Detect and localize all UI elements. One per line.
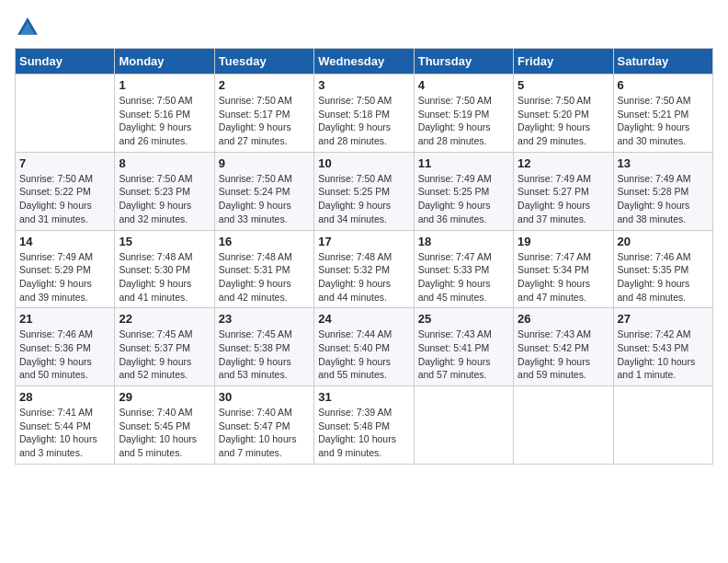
day-number: 8 [119,156,210,170]
day-number: 2 [219,78,310,92]
header-day-sunday: Sunday [16,49,115,75]
day-number: 31 [318,390,409,404]
day-number: 14 [19,235,110,248]
day-info: Sunrise: 7:44 AM Sunset: 5:40 PM Dayligh… [318,327,409,382]
day-info: Sunrise: 7:40 AM Sunset: 5:47 PM Dayligh… [219,406,310,460]
header-day-saturday: Saturday [613,49,712,75]
day-number: 23 [219,312,310,326]
day-number: 9 [219,156,310,170]
calendar-header: SundayMondayTuesdayWednesdayThursdayFrid… [16,49,713,75]
day-info: Sunrise: 7:49 AM Sunset: 5:28 PM Dayligh… [618,172,709,226]
day-number: 18 [418,235,509,248]
header-day-monday: Monday [115,49,214,75]
calendar-cell: 27Sunrise: 7:42 AM Sunset: 5:43 PM Dayli… [613,308,712,386]
day-number: 22 [119,312,210,326]
day-info: Sunrise: 7:42 AM Sunset: 5:43 PM Dayligh… [618,327,709,382]
header-day-friday: Friday [514,49,613,75]
day-info: Sunrise: 7:50 AM Sunset: 5:23 PM Dayligh… [119,172,210,226]
day-number: 26 [518,312,609,326]
calendar-cell: 19Sunrise: 7:47 AM Sunset: 5:34 PM Dayli… [514,230,613,308]
calendar-cell: 28Sunrise: 7:41 AM Sunset: 5:44 PM Dayli… [16,386,115,465]
day-number: 24 [318,312,409,326]
day-info: Sunrise: 7:48 AM Sunset: 5:31 PM Dayligh… [219,250,310,304]
header-day-thursday: Thursday [414,49,513,75]
calendar-cell: 4Sunrise: 7:50 AM Sunset: 5:19 PM Daylig… [414,75,513,153]
calendar-week-5: 28Sunrise: 7:41 AM Sunset: 5:44 PM Dayli… [16,386,713,465]
calendar-cell: 22Sunrise: 7:45 AM Sunset: 5:37 PM Dayli… [115,308,214,386]
day-info: Sunrise: 7:49 AM Sunset: 5:29 PM Dayligh… [19,250,110,304]
day-number: 1 [119,78,210,92]
day-info: Sunrise: 7:50 AM Sunset: 5:17 PM Dayligh… [219,94,310,148]
calendar-cell: 9Sunrise: 7:50 AM Sunset: 5:24 PM Daylig… [214,152,313,230]
day-info: Sunrise: 7:40 AM Sunset: 5:45 PM Dayligh… [119,406,210,460]
calendar-week-1: 1Sunrise: 7:50 AM Sunset: 5:16 PM Daylig… [16,75,713,153]
calendar-cell: 16Sunrise: 7:48 AM Sunset: 5:31 PM Dayli… [214,230,313,308]
day-info: Sunrise: 7:50 AM Sunset: 5:20 PM Dayligh… [518,94,609,148]
day-info: Sunrise: 7:43 AM Sunset: 5:42 PM Dayligh… [518,327,609,382]
calendar-cell: 31Sunrise: 7:39 AM Sunset: 5:48 PM Dayli… [314,386,414,465]
calendar-cell: 11Sunrise: 7:49 AM Sunset: 5:25 PM Dayli… [414,152,513,230]
day-info: Sunrise: 7:46 AM Sunset: 5:36 PM Dayligh… [19,327,110,382]
day-number: 29 [119,390,210,404]
calendar-cell: 13Sunrise: 7:49 AM Sunset: 5:28 PM Dayli… [613,152,712,230]
calendar-cell: 8Sunrise: 7:50 AM Sunset: 5:23 PM Daylig… [115,152,214,230]
calendar-cell [514,386,613,465]
calendar-cell [414,386,513,465]
day-info: Sunrise: 7:39 AM Sunset: 5:48 PM Dayligh… [318,406,409,460]
calendar-cell: 25Sunrise: 7:43 AM Sunset: 5:41 PM Dayli… [414,308,513,386]
day-number: 5 [518,78,609,92]
calendar-cell: 10Sunrise: 7:50 AM Sunset: 5:25 PM Dayli… [314,152,414,230]
page-header [15,15,713,40]
calendar-cell: 26Sunrise: 7:43 AM Sunset: 5:42 PM Dayli… [514,308,613,386]
calendar-cell: 1Sunrise: 7:50 AM Sunset: 5:16 PM Daylig… [115,75,214,153]
day-number: 12 [518,156,609,170]
day-info: Sunrise: 7:50 AM Sunset: 5:22 PM Dayligh… [19,172,110,226]
day-number: 10 [318,156,409,170]
day-number: 3 [318,78,409,92]
calendar-cell: 17Sunrise: 7:48 AM Sunset: 5:32 PM Dayli… [314,230,414,308]
calendar-cell: 12Sunrise: 7:49 AM Sunset: 5:27 PM Dayli… [514,152,613,230]
calendar-cell: 15Sunrise: 7:48 AM Sunset: 5:30 PM Dayli… [115,230,214,308]
calendar-cell [16,75,115,153]
day-info: Sunrise: 7:50 AM Sunset: 5:25 PM Dayligh… [318,172,409,226]
day-info: Sunrise: 7:46 AM Sunset: 5:35 PM Dayligh… [618,250,709,304]
header-row: SundayMondayTuesdayWednesdayThursdayFrid… [16,49,713,75]
day-info: Sunrise: 7:48 AM Sunset: 5:30 PM Dayligh… [119,250,210,304]
day-number: 11 [418,156,509,170]
day-number: 7 [19,156,110,170]
calendar-week-4: 21Sunrise: 7:46 AM Sunset: 5:36 PM Dayli… [16,308,713,386]
logo-icon [15,15,40,40]
day-info: Sunrise: 7:50 AM Sunset: 5:19 PM Dayligh… [418,94,509,148]
day-info: Sunrise: 7:50 AM Sunset: 5:24 PM Dayligh… [219,172,310,226]
day-info: Sunrise: 7:47 AM Sunset: 5:33 PM Dayligh… [418,250,509,304]
day-info: Sunrise: 7:50 AM Sunset: 5:21 PM Dayligh… [618,94,709,148]
calendar-cell: 6Sunrise: 7:50 AM Sunset: 5:21 PM Daylig… [613,75,712,153]
day-info: Sunrise: 7:45 AM Sunset: 5:38 PM Dayligh… [219,327,310,382]
day-info: Sunrise: 7:49 AM Sunset: 5:25 PM Dayligh… [418,172,509,226]
day-number: 15 [119,235,210,248]
calendar-body: 1Sunrise: 7:50 AM Sunset: 5:16 PM Daylig… [16,75,713,465]
day-number: 25 [418,312,509,326]
header-day-tuesday: Tuesday [214,49,313,75]
day-info: Sunrise: 7:48 AM Sunset: 5:32 PM Dayligh… [318,250,409,304]
day-info: Sunrise: 7:50 AM Sunset: 5:18 PM Dayligh… [318,94,409,148]
calendar-cell: 7Sunrise: 7:50 AM Sunset: 5:22 PM Daylig… [16,152,115,230]
day-number: 6 [618,78,709,92]
day-number: 16 [219,235,310,248]
day-number: 4 [418,78,509,92]
day-number: 30 [219,390,310,404]
calendar-week-2: 7Sunrise: 7:50 AM Sunset: 5:22 PM Daylig… [16,152,713,230]
calendar-cell: 21Sunrise: 7:46 AM Sunset: 5:36 PM Dayli… [16,308,115,386]
calendar-cell: 18Sunrise: 7:47 AM Sunset: 5:33 PM Dayli… [414,230,513,308]
calendar-cell: 3Sunrise: 7:50 AM Sunset: 5:18 PM Daylig… [314,75,414,153]
calendar-cell: 2Sunrise: 7:50 AM Sunset: 5:17 PM Daylig… [214,75,313,153]
calendar-cell [613,386,712,465]
day-number: 13 [618,156,709,170]
day-number: 20 [618,235,709,248]
calendar-cell: 29Sunrise: 7:40 AM Sunset: 5:45 PM Dayli… [115,386,214,465]
day-info: Sunrise: 7:50 AM Sunset: 5:16 PM Dayligh… [119,94,210,148]
day-number: 19 [518,235,609,248]
day-number: 28 [19,390,110,404]
day-info: Sunrise: 7:43 AM Sunset: 5:41 PM Dayligh… [418,327,509,382]
calendar-cell: 5Sunrise: 7:50 AM Sunset: 5:20 PM Daylig… [514,75,613,153]
